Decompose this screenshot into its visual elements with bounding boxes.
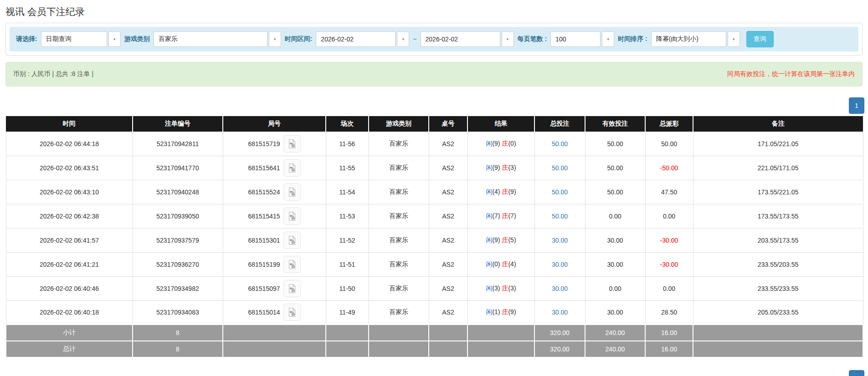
bet-records-table: 时间 注单编号 局号 场次 游戏类别 桌号 结果 总投注 有效投注 总派彩 备注… <box>5 116 863 358</box>
total-valid-bet: 240.00 <box>585 341 645 357</box>
payout-value: 0.00 <box>663 285 675 292</box>
video-replay-button[interactable] <box>283 159 301 177</box>
query-type-select[interactable]: 日期查询 ▼ <box>41 31 121 47</box>
result-player-score: (3) <box>492 285 500 292</box>
result-banker-score: (3) <box>508 164 516 171</box>
payout-value: 47.50 <box>661 188 677 196</box>
header-table-no: 桌号 <box>429 116 467 132</box>
chevron-down-icon[interactable]: ▼ <box>602 31 614 47</box>
sort-order-label: 时间排序 : <box>618 35 647 43</box>
result-banker-score: (3) <box>508 285 516 292</box>
cell-session: 11-50 <box>326 276 369 300</box>
date-to-value[interactable]: 2026-02-02 <box>421 31 500 47</box>
page-size-select[interactable]: 100 ▼ <box>550 31 614 47</box>
total-bet-link[interactable]: 50.00 <box>552 213 568 220</box>
header-remark: 备注 <box>693 116 863 132</box>
result-banker-label: 庄 <box>502 308 508 315</box>
cell-result: 闲(1) 庄(9) <box>467 300 534 325</box>
cell-game-type: 百家乐 <box>369 276 429 300</box>
cell-valid-bet: 0.00 <box>585 276 645 300</box>
cell-game-type: 百家乐 <box>369 300 429 325</box>
video-replay-button[interactable] <box>283 280 301 297</box>
result-banker-label: 庄 <box>502 140 508 147</box>
total-bet-link[interactable]: 30.00 <box>552 261 568 268</box>
total-bet-link[interactable]: 50.00 <box>552 140 568 147</box>
pagination-page-1-button[interactable]: 1 <box>849 97 864 114</box>
header-total-bet: 总投注 <box>534 116 585 132</box>
video-file-icon <box>287 211 297 221</box>
cell-table-no: AS2 <box>429 132 467 156</box>
cell-total-bet: 50.00 <box>534 204 585 228</box>
cell-remark: 173.55/221.05 <box>693 180 863 204</box>
sort-order-select[interactable]: 降幂(由大到小) ▼ <box>651 31 740 47</box>
game-type-value[interactable]: 百家乐 <box>154 31 267 47</box>
payout-value: -50.00 <box>660 164 678 172</box>
cell-bet-id: 523170934982 <box>133 276 223 300</box>
chevron-down-icon[interactable]: ▼ <box>502 31 514 47</box>
table-row: 2026-02-02 06:41:21 523170936270 6815151… <box>6 252 863 276</box>
cell-remark: 205.05/233.55 <box>693 300 863 325</box>
chevron-down-icon[interactable]: ▼ <box>108 31 121 47</box>
video-replay-button[interactable] <box>283 256 301 273</box>
sort-order-value[interactable]: 降幂(由大到小) <box>651 31 726 47</box>
video-file-icon <box>287 259 297 269</box>
game-type-select[interactable]: 百家乐 ▼ <box>154 31 281 47</box>
video-replay-button[interactable] <box>283 208 301 225</box>
cell-payout: -30.00 <box>645 252 693 276</box>
video-replay-button[interactable] <box>283 232 301 249</box>
date-from-picker[interactable]: 2026-02-02 ▼ <box>316 31 409 47</box>
payout-value: 50.00 <box>661 140 677 147</box>
round-id-value: 681515719 <box>248 140 280 147</box>
cell-session: 11-49 <box>326 300 369 325</box>
pagination-page-1-button[interactable]: 1 <box>849 370 864 376</box>
date-from-value[interactable]: 2026-02-02 <box>316 31 395 47</box>
total-bet-link[interactable]: 50.00 <box>552 188 568 196</box>
chevron-down-icon[interactable]: ▼ <box>397 31 409 47</box>
round-id-value: 681515014 <box>248 309 280 316</box>
subtotal-label: 小计 <box>6 325 133 341</box>
page-size-value[interactable]: 100 <box>550 31 601 47</box>
result-player-score: (4) <box>492 188 500 195</box>
total-label: 总计 <box>6 341 133 357</box>
cell-payout: 0.00 <box>645 276 693 300</box>
result-banker-label: 庄 <box>502 212 508 219</box>
cell-remark: 171.05/221.05 <box>693 132 863 156</box>
video-replay-button[interactable] <box>283 183 301 201</box>
video-file-icon <box>287 139 297 149</box>
cell-payout: 50.00 <box>645 132 693 156</box>
video-replay-button[interactable] <box>283 304 301 321</box>
cell-session: 11-52 <box>326 228 369 252</box>
cell-bet-id: 523170939050 <box>133 204 223 228</box>
query-type-value[interactable]: 日期查询 <box>41 31 107 47</box>
cell-bet-id: 523170934083 <box>133 300 223 325</box>
search-button[interactable]: 查询 <box>746 31 774 47</box>
total-bet-link[interactable]: 30.00 <box>552 309 568 316</box>
cell-payout: -50.00 <box>645 156 693 180</box>
page-size-label: 每页笔数 : <box>518 35 547 43</box>
date-to-picker[interactable]: 2026-02-02 ▼ <box>421 31 514 47</box>
header-result: 结果 <box>467 116 534 132</box>
total-bet-link[interactable]: 30.00 <box>552 237 568 244</box>
cell-bet-id: 523170936270 <box>133 252 223 276</box>
total-bet-link[interactable]: 30.00 <box>552 285 568 292</box>
cell-time: 2026-02-02 06:43:51 <box>6 156 133 180</box>
cell-valid-bet: 30.00 <box>585 252 645 276</box>
cell-bet-id: 523170940248 <box>133 180 223 204</box>
payout-value: 0.00 <box>663 213 675 220</box>
chevron-down-icon[interactable]: ▼ <box>728 31 740 47</box>
total-total-bet: 320.00 <box>534 341 585 357</box>
table-row: 2026-02-02 06:41:57 523170937579 6815153… <box>6 228 863 252</box>
total-bet-link[interactable]: 50.00 <box>552 164 568 172</box>
summary-currency-count: 币别 : 人民币 | 总共 :8 注单 | <box>13 70 93 78</box>
cell-session: 11-56 <box>326 132 369 156</box>
video-replay-button[interactable] <box>283 135 301 152</box>
cell-result: 闲(4) 庄(9) <box>467 180 534 204</box>
cell-table-no: AS2 <box>429 252 467 276</box>
chevron-down-icon[interactable]: ▼ <box>269 31 281 47</box>
filter-panel: 请选择: 日期查询 ▼ 游戏类别 百家乐 ▼ 时间区间: 2026-02-02 … <box>5 23 863 56</box>
cell-total-bet: 30.00 <box>534 228 585 252</box>
table-row: 2026-02-02 06:40:18 523170934083 6815150… <box>6 300 863 325</box>
result-player-score: (0) <box>492 260 500 268</box>
cell-round-id: 681515719 <box>223 132 326 156</box>
header-time: 时间 <box>6 116 133 132</box>
